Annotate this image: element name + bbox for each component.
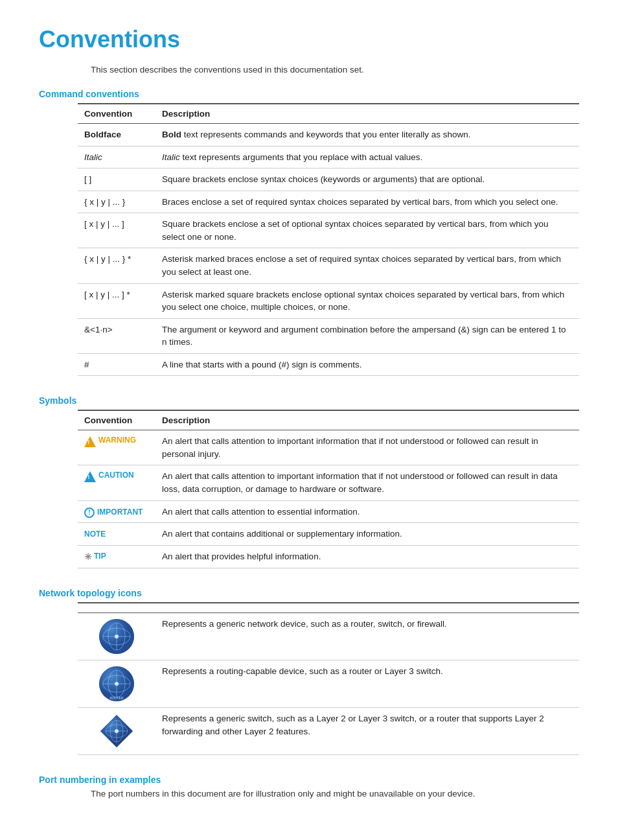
table-row: { x | y | ... } Braces enclose a set of … (78, 191, 579, 213)
table-row: &<1·n> The argument or keyword and argum… (78, 318, 579, 353)
generic-device-icon (84, 618, 149, 655)
sym-col-convention: Convention (78, 410, 155, 430)
description-cell: Asterisk marked braces enclose a set of … (155, 248, 579, 283)
symbol-icon-cell: ✳ TIP (78, 545, 155, 568)
network-topology-table: Represents a generic network device, suc… (78, 602, 579, 755)
command-conventions-table: Convention Description Boldface Bold tex… (78, 103, 579, 376)
symbol-icon-cell: ! IMPORTANT (78, 500, 155, 523)
table-row: NOTE An alert that contains additional o… (78, 523, 579, 546)
description-cell: Asterisk marked square brackets enclose … (155, 283, 579, 318)
symbol-icon-cell: ! WARNING (78, 430, 155, 465)
network-topology-title: Network topology icons (39, 588, 579, 598)
convention-cell: Boldface (78, 124, 155, 146)
network-icon-cell: ROUTER (78, 660, 155, 708)
description-cell: Square brackets enclose a set of optiona… (155, 213, 579, 248)
symbol-icon-cell: NOTE (78, 523, 155, 546)
description-cell: Bold text represents commands and keywor… (155, 124, 579, 146)
convention-cell: { x | y | ... } (78, 191, 155, 213)
symbol-desc-cell: An alert that calls attention to importa… (155, 430, 579, 465)
sym-col-description: Description (155, 410, 579, 430)
warning-icon: ! WARNING (84, 435, 136, 446)
description-cell: Braces enclose a set of required syntax … (155, 191, 579, 213)
tip-icon: ✳ TIP (84, 550, 106, 563)
table-row: Represents a generic network device, suc… (78, 613, 579, 660)
table-row: [ ] Square brackets enclose syntax choic… (78, 169, 579, 191)
col-convention: Convention (78, 104, 155, 124)
table-row: ROUTER Represents a routing-capable devi… (78, 660, 579, 708)
symbol-desc-cell: An alert that calls attention to importa… (155, 465, 579, 500)
col-description: Description (155, 104, 579, 124)
description-cell: Italic text represents arguments that yo… (155, 146, 579, 169)
symbol-icon-cell: ! CAUTION (78, 465, 155, 500)
table-row: SWITCH Represents a generic switch, such… (78, 708, 579, 755)
convention-cell: [ ] (78, 169, 155, 191)
table-row: ✳ TIP An alert that provides helpful inf… (78, 545, 579, 568)
svg-point-21 (115, 729, 119, 733)
svg-point-13 (115, 682, 119, 686)
note-icon: NOTE (84, 530, 106, 539)
svg-text:SWITCH: SWITCH (111, 747, 122, 750)
table-row: # A line that starts with a pound (#) si… (78, 353, 579, 376)
network-icon-cell (78, 613, 155, 660)
symbol-desc-cell: An alert that provides helpful informati… (155, 545, 579, 568)
port-numbering-desc: The port numbers in this document are fo… (91, 789, 579, 799)
symbol-desc-cell: An alert that contains additional or sup… (155, 523, 579, 546)
network-desc-cell: Represents a generic network device, suc… (155, 613, 579, 660)
table-row: ! WARNING An alert that calls attention … (78, 430, 579, 465)
symbols-title: Symbols (39, 395, 579, 406)
port-numbering-title: Port numbering in examples (39, 775, 579, 785)
convention-cell: # (78, 353, 155, 376)
table-row: ! CAUTION An alert that calls attention … (78, 465, 579, 500)
svg-text:ROUTER: ROUTER (109, 696, 124, 700)
convention-cell: [ x | y | ... ] * (78, 283, 155, 318)
description-cell: Square brackets enclose syntax choices (… (155, 169, 579, 191)
net-col-icon (78, 603, 155, 613)
description-cell: A line that starts with a pound (#) sign… (155, 353, 579, 376)
network-desc-cell: Represents a routing-capable device, suc… (155, 660, 579, 708)
switch-icon: SWITCH (84, 712, 149, 750)
symbol-desc-cell: An alert that calls attention to essenti… (155, 500, 579, 523)
convention-cell: &<1·n> (78, 318, 155, 353)
net-col-desc (155, 603, 579, 613)
network-icon-cell: SWITCH (78, 708, 155, 755)
network-desc-cell: Represents a generic switch, such as a L… (155, 708, 579, 755)
command-conventions-title: Command conventions (39, 89, 579, 99)
important-icon: ! IMPORTANT (84, 507, 143, 518)
page-intro: This section describes the conventions u… (91, 65, 579, 75)
page-title: Conventions (39, 26, 579, 53)
svg-point-6 (115, 635, 119, 638)
table-row: ! IMPORTANT An alert that calls attentio… (78, 500, 579, 523)
symbols-table: Convention Description ! WARNING An aler… (78, 410, 579, 568)
router-icon: ROUTER (84, 665, 149, 703)
table-row: Boldface Bold text represents commands a… (78, 124, 579, 146)
convention-cell: Italic (78, 146, 155, 169)
description-cell: The argument or keyword and argument com… (155, 318, 579, 353)
convention-cell: [ x | y | ... ] (78, 213, 155, 248)
caution-icon: ! CAUTION (84, 470, 134, 481)
convention-cell: { x | y | ... } * (78, 248, 155, 283)
table-row: Italic Italic text represents arguments … (78, 146, 579, 169)
table-row: [ x | y | ... ] Square brackets enclose … (78, 213, 579, 248)
table-row: [ x | y | ... ] * Asterisk marked square… (78, 283, 579, 318)
table-row: { x | y | ... } * Asterisk marked braces… (78, 248, 579, 283)
